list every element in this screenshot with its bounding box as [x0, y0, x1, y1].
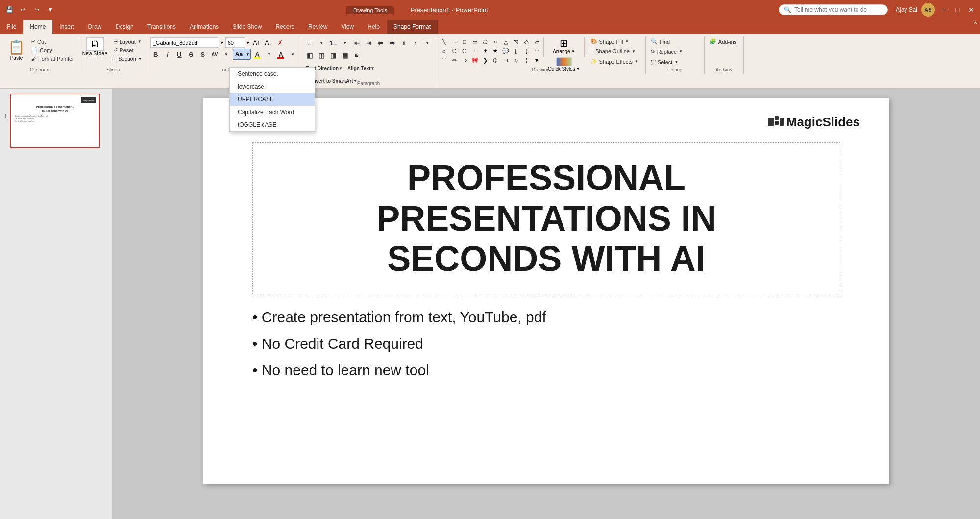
- font-color-dropdown[interactable]: ▼: [287, 49, 298, 60]
- section-button[interactable]: ≡ Section ▼: [111, 55, 144, 63]
- customize-qat-button[interactable]: ▼: [45, 4, 56, 15]
- copy-button[interactable]: 📄 Copy: [29, 46, 76, 54]
- tab-home[interactable]: Home: [23, 20, 52, 34]
- case-uppercase[interactable]: UPPERCASE: [230, 93, 315, 106]
- tell-me-bar[interactable]: 🔍: [779, 4, 888, 15]
- shape-curve[interactable]: ⌒: [439, 56, 449, 65]
- shape-freeform[interactable]: ✏: [449, 56, 459, 65]
- case-lowercase[interactable]: lowercase: [230, 80, 315, 93]
- font-name-dropdown-icon[interactable]: ▼: [220, 40, 224, 45]
- columns-button[interactable]: ⫿: [398, 37, 409, 48]
- shape-rounded-rect[interactable]: ▭: [470, 37, 480, 46]
- shape-hex[interactable]: ⬡: [449, 47, 459, 55]
- shape-custom2[interactable]: ⊿: [501, 56, 511, 65]
- tab-draw[interactable]: Draw: [81, 20, 108, 34]
- line-spacing-button[interactable]: ↕: [410, 37, 421, 48]
- change-case-dropdown-arrow[interactable]: ▼: [245, 49, 251, 60]
- shape-diamond[interactable]: ◇: [521, 37, 531, 46]
- slide-canvas[interactable]: MagicSlides PROFESSIONAL PRESENTATIONS I…: [203, 98, 889, 484]
- align-cols-button[interactable]: ⊞: [351, 50, 362, 61]
- case-toggle[interactable]: tOGGLE cASE: [230, 118, 315, 131]
- layout-button[interactable]: ⊟ Layout ▼: [111, 37, 144, 46]
- reset-button[interactable]: ↺ Reset: [111, 46, 144, 54]
- highlight-color-button[interactable]: A: [252, 49, 263, 60]
- shape-block-arr[interactable]: ⇨: [460, 56, 469, 65]
- tab-shape-format[interactable]: Shape Format: [387, 20, 438, 34]
- case-sentence[interactable]: Sentence case.: [230, 68, 315, 80]
- shape-star4[interactable]: ✦: [480, 47, 490, 55]
- bold-button[interactable]: B: [150, 49, 161, 60]
- shape-arrow[interactable]: →: [449, 37, 459, 46]
- char-spacing-button[interactable]: AV: [209, 49, 220, 60]
- tab-view[interactable]: View: [334, 20, 361, 34]
- shape-circle[interactable]: ○: [490, 37, 500, 46]
- font-size-input[interactable]: [225, 37, 245, 48]
- shape-octagon[interactable]: ⬡: [460, 47, 469, 55]
- slide-title-box[interactable]: PROFESSIONAL PRESENTATIONS IN SECONDS WI…: [252, 142, 840, 294]
- shape-fill-button[interactable]: 🎨 Shape Fill ▼: [588, 37, 640, 46]
- char-spacing-dropdown[interactable]: ▼: [221, 49, 232, 60]
- change-case-button[interactable]: Aa: [233, 49, 245, 60]
- shape-line[interactable]: ╲: [439, 37, 449, 46]
- shape-brace[interactable]: {: [521, 47, 531, 55]
- strikethrough-button[interactable]: S: [186, 49, 196, 60]
- tab-design[interactable]: Design: [108, 20, 140, 34]
- find-button[interactable]: 🔍 Find: [649, 37, 685, 46]
- decrease-indent-button[interactable]: ⇤: [351, 37, 362, 48]
- increase-font-button[interactable]: A↑: [251, 37, 262, 48]
- shape-outline-button[interactable]: □ Shape Outline ▼: [588, 47, 640, 55]
- format-painter-button[interactable]: 🖌 Format Painter: [29, 55, 76, 63]
- replace-button[interactable]: ⟳ Replace ▼: [649, 47, 685, 56]
- shape-parallelogram[interactable]: ▱: [532, 37, 541, 46]
- numbering-dropdown[interactable]: ▼: [340, 37, 350, 48]
- tab-insert[interactable]: Insert: [52, 20, 81, 34]
- highlight-dropdown[interactable]: ▼: [264, 49, 274, 60]
- numbering-button[interactable]: 1≡: [328, 37, 339, 48]
- shape-gallery-more[interactable]: ▼: [532, 56, 541, 65]
- tab-review[interactable]: Review: [301, 20, 334, 34]
- shape-custom1[interactable]: ⌬: [490, 56, 500, 65]
- slide-bullets[interactable]: • Create presentation from text, YouTube…: [252, 309, 546, 388]
- shape-rect[interactable]: □: [460, 37, 469, 46]
- select-button[interactable]: ⬚ Select ▼: [649, 58, 685, 66]
- shape-callout[interactable]: 💬: [501, 47, 511, 55]
- align-left-button[interactable]: ◧: [304, 50, 315, 61]
- underline-button[interactable]: U: [174, 49, 185, 60]
- ltr-button[interactable]: ⇒: [387, 37, 397, 48]
- ribbon-collapse-button[interactable]: ⌃: [970, 20, 980, 29]
- undo-button[interactable]: ↩: [18, 4, 28, 15]
- new-slide-button[interactable]: 🖹 New Slide ▼: [82, 37, 108, 56]
- tab-slideshow[interactable]: Slide Show: [225, 20, 269, 34]
- save-button[interactable]: 💾: [4, 4, 15, 15]
- decrease-font-button[interactable]: A↓: [263, 37, 274, 48]
- tab-record[interactable]: Record: [269, 20, 301, 34]
- user-avatar[interactable]: AS: [921, 3, 935, 17]
- minimize-button[interactable]: ─: [939, 5, 949, 15]
- shape-right-triangle[interactable]: ◹: [511, 37, 521, 46]
- tell-me-input[interactable]: [794, 6, 882, 13]
- bullets-dropdown[interactable]: ▼: [316, 37, 327, 48]
- shape-custom3[interactable]: ⧬: [511, 56, 521, 65]
- clear-formatting-button[interactable]: ✗: [275, 37, 286, 48]
- slide-thumbnail-1[interactable]: MagicSlides Professional Presentationsin…: [10, 94, 100, 148]
- rtl-button[interactable]: ⇐: [375, 37, 386, 48]
- italic-button[interactable]: I: [162, 49, 173, 60]
- addins-button[interactable]: 🧩 Add-ins: [708, 37, 738, 46]
- shape-ribbon[interactable]: 🎀: [470, 56, 480, 65]
- shape-triangle[interactable]: △: [501, 37, 511, 46]
- arrange-button[interactable]: ⊞ Arrange▼: [548, 37, 580, 54]
- align-right-button[interactable]: ◨: [328, 50, 339, 61]
- shape-custom4[interactable]: ⟨: [521, 56, 531, 65]
- tab-file[interactable]: File: [0, 20, 23, 34]
- restore-button[interactable]: □: [953, 5, 962, 15]
- tab-animations[interactable]: Animations: [183, 20, 225, 34]
- font-name-input[interactable]: [150, 37, 219, 48]
- shape-plus[interactable]: +: [470, 47, 480, 55]
- increase-indent-button[interactable]: ⇥: [363, 37, 374, 48]
- paste-button[interactable]: 📋 Paste: [5, 37, 28, 63]
- shadow-button[interactable]: S: [197, 49, 208, 60]
- redo-button[interactable]: ↪: [31, 4, 42, 15]
- shape-chevron[interactable]: ❯: [480, 56, 490, 65]
- shape-snip[interactable]: ⬠: [480, 37, 490, 46]
- shape-more[interactable]: ⋯: [532, 47, 541, 55]
